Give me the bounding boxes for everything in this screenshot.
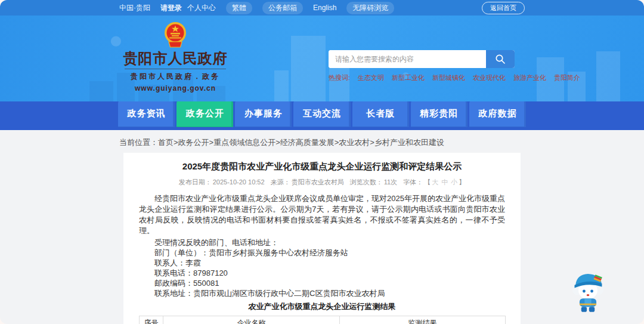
logo-divider	[125, 69, 226, 69]
contact-postcode-line: 邮政编码：550081	[139, 278, 505, 288]
search-block: 热搜词: 生态文明 新型工业化 新型城镇化 农业现代化 旅游产业化 贵阳简介	[329, 50, 515, 82]
topbar-link-accessibility[interactable]: 无障碍浏览	[346, 2, 394, 14]
topbar-link-china-guiyang[interactable]: 中国·贵阳	[119, 3, 150, 13]
nav-tab-highlights[interactable]: 精彩贵阳	[411, 100, 467, 127]
nav-tab-interaction[interactable]: 互动交流	[293, 100, 350, 127]
breadcrumb-path[interactable]: 首页>政务公开>重点领域信息公开>经济高质量发展>农业农村>乡村产业和农田建设	[158, 138, 444, 147]
hot-word-tourism[interactable]: 旅游产业化	[513, 73, 546, 82]
contact-address-line: 联系地址：贵阳市观山湖区市级行政中心二期C区贵阳市农业农村局	[139, 288, 505, 298]
publish-date-label: 发布日期：	[179, 178, 212, 186]
main-nav: 政务资讯 政务公开 办事服务 互动交流 长者版 精彩贵阳 政府数据	[0, 101, 644, 130]
header-cell-index: 序号	[140, 316, 163, 324]
source-label: 来源：	[271, 178, 290, 186]
hot-word-urbanization[interactable]: 新型城镇化	[432, 73, 465, 82]
national-emblem-icon	[163, 21, 187, 48]
hot-word-guiyang-intro[interactable]: 贵阳简介	[554, 73, 580, 82]
topbar-link-personal-center[interactable]: 个人中心	[187, 3, 216, 13]
contact-phone-line: 联系电话：87987120	[139, 268, 505, 278]
font-bracket-close: 】	[459, 178, 465, 186]
contact-block: 受理情况反映的部门、电话和地址： 部门（单位）：贵阳市乡村振兴服务中心农村经济服…	[139, 237, 505, 298]
site-logo[interactable]: 贵阳市人民政府 贵阳市人民政府．政务 www.guiyang.gov.cn	[121, 21, 230, 92]
hot-word-industrialization[interactable]: 新型工业化	[392, 73, 425, 82]
back-home-button[interactable]: 返回首页	[482, 2, 525, 14]
nav-tab-senior[interactable]: 长者版	[352, 100, 409, 127]
topbar-link-official-mail[interactable]: 公务邮箱	[262, 2, 303, 14]
table-header-row: 序号 企业名称 监测结果	[140, 316, 506, 324]
topbar-link-traditional-chinese[interactable]: 繁體	[226, 2, 252, 14]
main-content: 当前位置：首页>政务公开>重点领域信息公开>经济高质量发展>农业农村>乡村产业和…	[0, 130, 644, 324]
page: 中国·贵阳 请登录 个人中心 繁體 公务邮箱 English 无障碍浏览 返回首…	[0, 0, 644, 324]
hot-word-ecology[interactable]: 生态文明	[358, 73, 384, 82]
article-meta: 发布日期：2025-10-20 10:52 来源：贵阳市农业农村局 浏览次数：1…	[123, 178, 521, 187]
article-paragraph: 经贵阳市农业产业化市级重点龙头企业联席会议成员单位审定，现对2025年开展的农业…	[139, 193, 505, 236]
nav-tab-disclosure[interactable]: 政务公开	[177, 100, 233, 127]
topbar-link-english[interactable]: English	[313, 4, 336, 12]
site-url: www.guiyang.gov.cn	[121, 84, 230, 92]
font-size-label: 字体：	[403, 178, 423, 186]
site-subtitle: 贵阳市人民政府．政务	[121, 72, 230, 82]
topbar: 中国·贵阳 请登录 个人中心 繁體 公务邮箱 English 无障碍浏览 返回首…	[0, 0, 644, 16]
search-button[interactable]	[486, 50, 515, 68]
search-input[interactable]	[329, 50, 486, 68]
breadcrumb: 当前位置：首页>政务公开>重点领域信息公开>经济高质量发展>农业农村>乡村产业和…	[119, 130, 525, 153]
font-size-large-button[interactable]: 大	[432, 178, 438, 186]
font-size-small-button[interactable]: 小	[451, 178, 457, 186]
search-icon	[495, 54, 506, 64]
header-cell-company: 企业名称	[163, 316, 340, 324]
hot-word-agriculture[interactable]: 农业现代化	[473, 73, 506, 82]
views-label: 浏览次数：	[350, 178, 383, 186]
breadcrumb-label: 当前位置：	[119, 138, 158, 147]
contact-person-line: 联系人：李霞	[139, 258, 505, 268]
nav-tab-services[interactable]: 办事服务	[235, 100, 292, 127]
views-value: 11次	[384, 178, 397, 186]
monitoring-result-table: 序号 企业名称 监测结果 1 贵州合力超市采购有限公司 合格 2	[139, 316, 506, 324]
mascot-icon	[570, 269, 606, 313]
contact-department-line: 部门（单位）：贵阳市乡村振兴服务中心农村经济服务站	[139, 248, 505, 258]
table-caption: 农业产业化市级重点龙头企业运行监测结果	[139, 301, 505, 312]
font-bracket-open: 【	[424, 178, 431, 186]
topbar-link-login[interactable]: 请登录	[160, 3, 182, 13]
article-card: 2025年度贵阳市农业产业化市级重点龙头企业运行监测和评定结果公示 发布日期：2…	[123, 153, 521, 324]
contact-intro-line: 受理情况反映的部门、电话和地址：	[139, 237, 505, 248]
site-name: 贵阳市人民政府	[121, 51, 230, 66]
hot-search-label: 热搜词:	[329, 73, 350, 82]
banner: 贵阳市人民政府 贵阳市人民政府．政务 www.guiyang.gov.cn	[0, 16, 644, 101]
publish-date: 2025-10-20 10:52	[213, 178, 265, 186]
source-value: 贵阳市农业农村局	[292, 178, 344, 186]
nav-tab-news[interactable]: 政务资讯	[118, 100, 175, 127]
hot-search-row: 热搜词: 生态文明 新型工业化 新型城镇化 农业现代化 旅游产业化 贵阳简介	[329, 73, 515, 82]
mascot-assistant[interactable]	[570, 269, 606, 316]
nav-tab-data[interactable]: 政府数据	[469, 100, 526, 127]
article-title: 2025年度贵阳市农业产业化市级重点龙头企业运行监测和评定结果公示	[123, 161, 521, 172]
header-cell-result: 监测结果	[340, 316, 506, 324]
article-body: 经贵阳市农业产业化市级重点龙头企业联席会议成员单位审定，现对2025年开展的农业…	[123, 193, 521, 324]
font-size-medium-button[interactable]: 中	[441, 178, 448, 186]
